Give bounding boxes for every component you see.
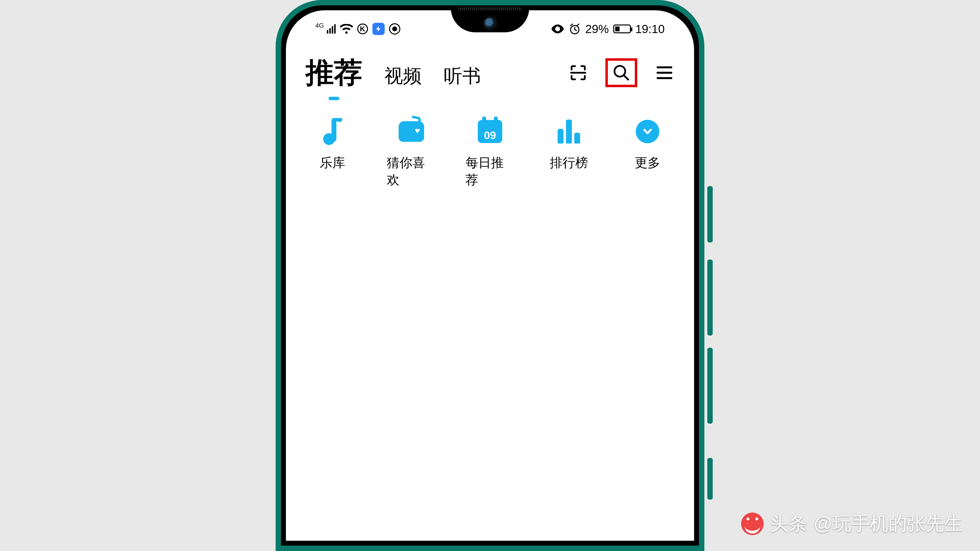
signal-bars-icon xyxy=(327,24,336,33)
shortcut-label: 乐库 xyxy=(320,154,345,171)
k-badge-icon: K xyxy=(357,24,368,34)
network-type-label: 4G xyxy=(315,22,324,29)
search-button[interactable] xyxy=(611,63,632,83)
shortcut-row: 乐库 猜你喜欢 09 每日推荐 xyxy=(286,118,694,189)
calendar-day-label: 09 xyxy=(478,120,502,143)
shortcut-more[interactable]: 更多 xyxy=(623,118,672,189)
search-button-highlight xyxy=(605,58,637,87)
shortcut-daily-recommend[interactable]: 09 每日推荐 xyxy=(466,118,514,189)
shortcut-library[interactable]: 乐库 xyxy=(308,118,357,189)
shortcut-label: 猜你喜欢 xyxy=(387,154,436,189)
calendar-icon: 09 xyxy=(477,118,503,145)
tab-audiobook[interactable]: 听书 xyxy=(444,64,481,89)
app-header: 推荐 视频 听书 xyxy=(286,52,694,94)
phone-side-button xyxy=(707,260,713,335)
battery-percent-label: 29% xyxy=(585,22,609,36)
toutiao-logo-icon xyxy=(741,513,764,535)
tab-recommend[interactable]: 推荐 xyxy=(305,54,362,92)
hamburger-icon xyxy=(657,66,672,79)
tab-video[interactable]: 视频 xyxy=(384,64,422,89)
phone-side-button xyxy=(707,348,713,424)
search-icon xyxy=(612,64,630,81)
shortcut-label: 每日推荐 xyxy=(466,154,514,189)
alarm-icon xyxy=(569,23,581,35)
shortcut-label: 更多 xyxy=(635,154,660,171)
phone-side-button xyxy=(707,186,713,243)
svg-point-1 xyxy=(614,66,625,77)
music-library-icon xyxy=(319,118,346,145)
lightning-app-icon xyxy=(372,23,385,35)
radio-heart-icon xyxy=(398,118,425,145)
scan-icon xyxy=(570,64,587,81)
menu-button[interactable] xyxy=(654,63,675,83)
shortcut-guess-you-like[interactable]: 猜你喜欢 xyxy=(387,118,436,189)
status-bar: 4G K xyxy=(286,19,694,39)
watermark-brand: 头条 xyxy=(770,511,807,536)
header-tabs: 推荐 视频 听书 xyxy=(305,54,568,92)
shortcut-ranking[interactable]: 排行榜 xyxy=(544,118,593,189)
phone-side-button xyxy=(707,458,713,500)
scan-button[interactable] xyxy=(568,63,588,83)
watermark-handle: @玩手机的张先生 xyxy=(814,511,963,536)
record-indicator-icon xyxy=(389,23,400,35)
watermark: 头条 @玩手机的张先生 xyxy=(741,511,963,536)
screen: 4G K xyxy=(286,10,694,541)
ranking-bars-icon xyxy=(555,118,582,145)
wifi-icon xyxy=(340,24,353,34)
more-chevron-icon xyxy=(634,118,661,145)
shortcut-label: 排行榜 xyxy=(550,154,588,171)
phone-frame: 4G K xyxy=(275,0,705,551)
clock-label: 19:10 xyxy=(635,22,665,36)
battery-icon xyxy=(613,24,631,33)
eye-comfort-icon xyxy=(551,24,564,33)
